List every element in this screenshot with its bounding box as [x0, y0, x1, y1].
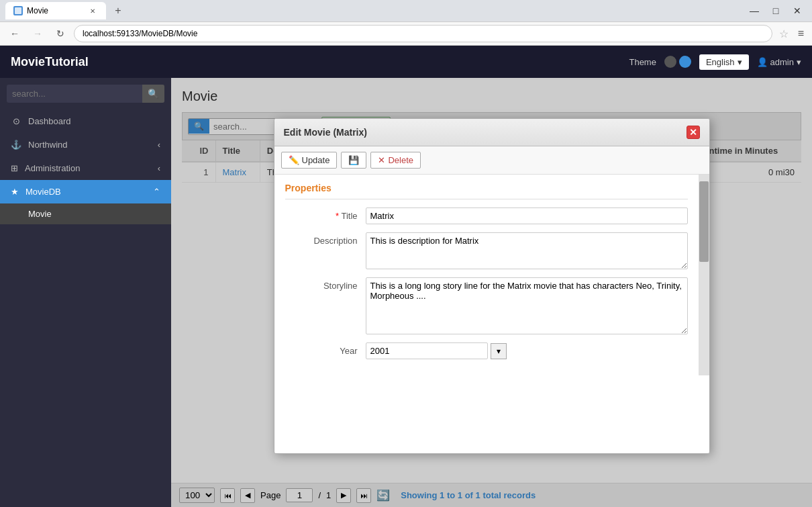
modal-content-wrap: Properties * Title: [274, 175, 709, 375]
form-row-storyline: Storyline This is a long long story line…: [285, 277, 688, 334]
form-row-title: * Title: [285, 208, 688, 224]
browser-toolbar: ← → ↻ ☆ ≡: [0, 21, 812, 46]
sidebar-item-northwind[interactable]: ⚓ Northwind ‹: [0, 133, 171, 156]
sidebar-item-label: Administration: [25, 163, 80, 173]
sidebar-search-input[interactable]: [7, 85, 142, 103]
sidebar-item-label: Northwind: [28, 140, 68, 150]
chevron-down-icon: ⌃: [153, 187, 160, 197]
sidebar-item-dashboard[interactable]: ⊙ Dashboard: [0, 109, 171, 133]
modal-close-button[interactable]: ✕: [687, 126, 700, 139]
sidebar-search-button[interactable]: 🔍: [142, 85, 164, 103]
theme-toggle-dark: [664, 56, 676, 68]
modal-title: Edit Movie (Matrix): [284, 127, 367, 138]
sidebar-search-area: 🔍: [0, 78, 171, 109]
forward-button[interactable]: →: [28, 24, 47, 43]
language-button[interactable]: English ▾: [699, 54, 749, 70]
update-label: Update: [302, 155, 330, 165]
admin-label: admin: [770, 57, 794, 67]
year-dropdown-button[interactable]: ▾: [491, 343, 507, 359]
modal-scrollbar-thumb[interactable]: [699, 181, 709, 262]
dashboard-icon: ⊙: [11, 116, 21, 126]
main-content: Movie 🔍 ⊕ New Movie 🔄 Refresh: [171, 78, 812, 507]
close-button[interactable]: ✕: [788, 1, 807, 20]
browser-chrome: Movie ✕ + — □ ✕ ← → ↻ ☆ ≡: [0, 0, 812, 46]
sidebar-item-label: Dashboard: [28, 116, 71, 126]
svg-rect-0: [15, 7, 21, 14]
app-logo: MovieTutorial: [11, 55, 89, 69]
back-button[interactable]: ←: [5, 24, 24, 43]
bookmark-icon[interactable]: ☆: [776, 28, 791, 40]
chevron-right-icon: ‹: [158, 163, 160, 173]
app-header: MovieTutorial Theme English ▾ 👤 admin ▾: [0, 46, 812, 78]
update-button[interactable]: ✏️ Update: [281, 152, 338, 169]
maximize-button[interactable]: □: [766, 1, 785, 20]
modal-header: Edit Movie (Matrix) ✕: [274, 119, 709, 146]
form-row-description: Description This is description for Matr…: [285, 232, 688, 269]
sidebar: 🔍 ⊙ Dashboard ⚓ Northwind ‹ ⊞ Administra…: [0, 78, 171, 507]
modal-scrollbar[interactable]: [699, 175, 709, 375]
title-input[interactable]: [366, 208, 688, 224]
theme-toggle[interactable]: [664, 56, 691, 68]
sidebar-item-label: MovieDB: [26, 187, 61, 197]
year-select-wrap: ▾: [366, 342, 507, 359]
window-controls: — □ ✕: [745, 1, 807, 20]
sidebar-item-moviedb[interactable]: ★ MovieDB ⌃: [0, 180, 171, 203]
form-row-year: Year ▾: [285, 342, 688, 359]
browser-titlebar: Movie ✕ + — □ ✕: [0, 0, 812, 21]
update-icon: ✏️: [289, 155, 299, 165]
modal-form: Properties * Title: [274, 175, 699, 375]
delete-icon: ✕: [378, 155, 385, 165]
moviedb-submenu: Movie: [0, 203, 171, 224]
anchor-icon: ⚓: [11, 140, 21, 150]
modal-overlay: Edit Movie (Matrix) ✕ ✏️ Update 💾 ✕: [171, 78, 812, 507]
tab-close-button[interactable]: ✕: [87, 5, 98, 16]
tab-icon: [13, 6, 23, 15]
movie-menu-label: Movie: [28, 209, 52, 219]
moviedb-icon: ★: [11, 187, 19, 197]
delete-button[interactable]: ✕ Delete: [370, 152, 421, 169]
app-layout: MovieTutorial Theme English ▾ 👤 admin ▾: [0, 46, 812, 507]
save-button[interactable]: 💾: [341, 152, 366, 169]
sidebar-search-box: 🔍: [7, 85, 164, 103]
browser-tab[interactable]: Movie ✕: [5, 2, 106, 19]
section-title: Properties: [285, 183, 688, 199]
tab-title: Movie: [27, 6, 48, 15]
minimize-button[interactable]: —: [745, 1, 764, 20]
modal-toolbar: ✏️ Update 💾 ✕ Delete: [274, 146, 709, 175]
form-label-description: Description: [285, 232, 366, 246]
sidebar-submenu-item-movie[interactable]: Movie: [0, 203, 171, 224]
storyline-textarea[interactable]: This is a long long story line for the M…: [366, 277, 688, 334]
chevron-right-icon: ‹: [158, 140, 160, 150]
year-input[interactable]: [366, 342, 488, 359]
app-body: 🔍 ⊙ Dashboard ⚓ Northwind ‹ ⊞ Administra…: [0, 78, 812, 507]
admin-menu[interactable]: 👤 admin ▾: [757, 57, 801, 67]
theme-label: Theme: [629, 57, 656, 67]
sidebar-item-administration[interactable]: ⊞ Administration ‹: [0, 156, 171, 180]
language-label: English: [706, 57, 735, 67]
form-label-storyline: Storyline: [285, 277, 366, 291]
form-label-year: Year: [285, 342, 366, 356]
language-dropdown-icon: ▾: [738, 57, 742, 67]
new-tab-button[interactable]: +: [109, 2, 128, 19]
menu-icon[interactable]: ≡: [795, 28, 807, 40]
admin-dropdown-icon: ▾: [797, 57, 801, 67]
delete-label: Delete: [388, 155, 413, 165]
description-textarea[interactable]: This is description for Matrix: [366, 232, 688, 269]
edit-movie-modal: Edit Movie (Matrix) ✕ ✏️ Update 💾 ✕: [274, 118, 710, 454]
theme-toggle-light: [679, 56, 691, 68]
reload-button[interactable]: ↻: [51, 24, 70, 43]
admin-icon: ⊞: [11, 163, 18, 173]
user-icon: 👤: [757, 57, 768, 67]
header-right: Theme English ▾ 👤 admin ▾: [629, 54, 801, 70]
address-bar[interactable]: [74, 25, 772, 42]
form-label-title: * Title: [285, 208, 366, 221]
save-icon: 💾: [348, 155, 359, 165]
